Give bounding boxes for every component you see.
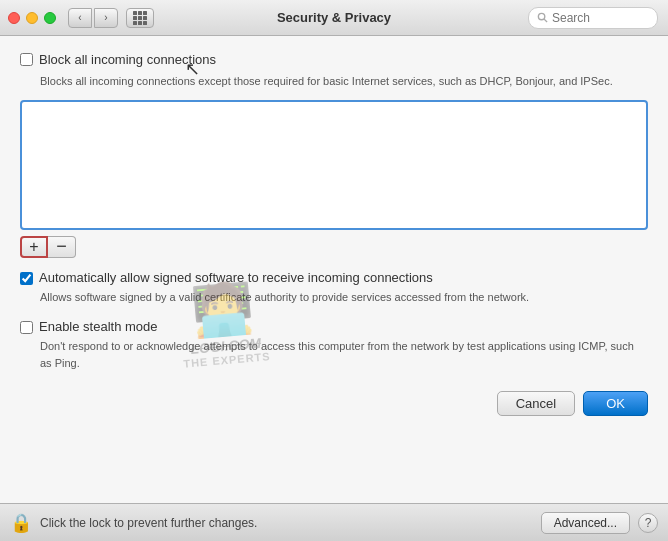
bottom-right: Advanced... ? (541, 512, 658, 534)
stealth-label[interactable]: Enable stealth mode (39, 319, 158, 334)
grid-menu-button[interactable] (126, 8, 154, 28)
block-incoming-description: Blocks all incoming connections except t… (40, 73, 648, 90)
firewall-list (20, 100, 648, 230)
ok-button[interactable]: OK (583, 391, 648, 416)
grid-icon (133, 11, 147, 25)
window-title: Security & Privacy (277, 10, 391, 25)
add-button[interactable]: + (20, 236, 48, 258)
main-content: Block all incoming connections Blocks al… (0, 36, 668, 503)
auto-allow-description: Allows software signed by a valid certif… (40, 289, 648, 306)
maximize-button[interactable] (44, 12, 56, 24)
stealth-mode-row: Enable stealth mode (20, 319, 648, 334)
minimize-button[interactable] (26, 12, 38, 24)
nav-arrows: ‹ › (68, 8, 118, 28)
close-button[interactable] (8, 12, 20, 24)
titlebar: ‹ › Security & Privacy (0, 0, 668, 36)
block-incoming-label[interactable]: Block all incoming connections (39, 52, 216, 67)
stealth-description: Don't respond to or acknowledge attempts… (40, 338, 648, 371)
auto-allow-row: Automatically allow signed software to r… (20, 270, 648, 285)
lock-icon: 🔒 (10, 512, 32, 534)
bottom-left: 🔒 Click the lock to prevent further chan… (10, 512, 257, 534)
action-buttons: Cancel OK (20, 391, 648, 416)
remove-button[interactable]: − (48, 236, 76, 258)
auto-allow-label[interactable]: Automatically allow signed software to r… (39, 270, 433, 285)
window-controls (8, 12, 56, 24)
help-button[interactable]: ? (638, 513, 658, 533)
forward-button[interactable]: › (94, 8, 118, 28)
search-input[interactable] (552, 11, 649, 25)
advanced-button[interactable]: Advanced... (541, 512, 630, 534)
block-incoming-checkbox[interactable] (20, 53, 33, 66)
svg-point-0 (538, 13, 544, 19)
bottom-bar: 🔒 Click the lock to prevent further chan… (0, 503, 668, 541)
svg-line-1 (544, 19, 547, 22)
add-remove-row: + − (20, 236, 648, 258)
cancel-button[interactable]: Cancel (497, 391, 575, 416)
stealth-checkbox[interactable] (20, 321, 33, 334)
lock-text: Click the lock to prevent further change… (40, 516, 257, 530)
block-incoming-row: Block all incoming connections (20, 52, 648, 67)
search-icon (537, 12, 548, 23)
search-box[interactable] (528, 7, 658, 29)
auto-allow-checkbox[interactable] (20, 272, 33, 285)
back-button[interactable]: ‹ (68, 8, 92, 28)
